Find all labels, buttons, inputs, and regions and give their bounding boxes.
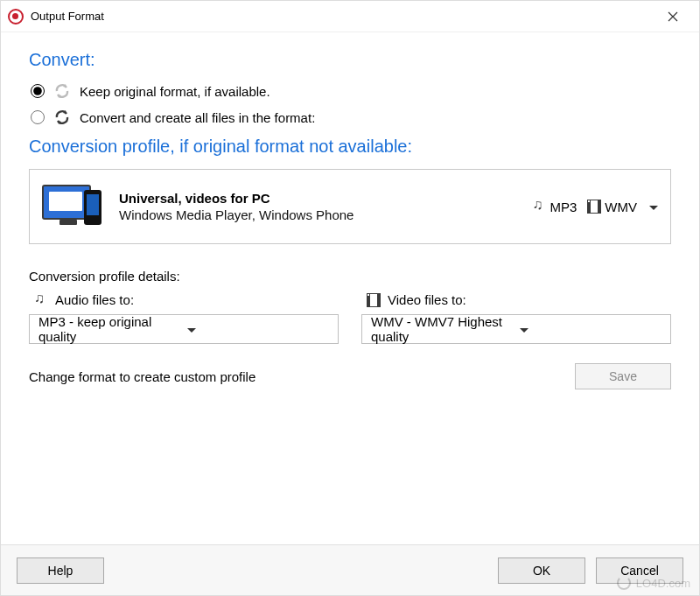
device-icon: [42, 181, 107, 232]
video-column: Video files to: WMV - WMV7 Highest quali…: [361, 292, 671, 344]
audio-format-label: MP3: [550, 200, 577, 214]
radio-convert-all-input[interactable]: [31, 110, 45, 124]
radio-keep-original[interactable]: Keep original format, if available.: [31, 82, 671, 100]
film-icon: [587, 200, 601, 214]
profile-section-title: Conversion profile, if original format n…: [29, 137, 671, 157]
video-format-tag: WMV: [587, 200, 637, 214]
profile-title: Universal, videos for PC: [119, 191, 532, 206]
cancel-button[interactable]: Cancel: [596, 557, 683, 584]
cycle-icon: [53, 82, 71, 100]
chevron-down-icon: [187, 325, 329, 333]
video-format-value: WMV - WMV7 Highest quality: [371, 314, 513, 344]
save-button[interactable]: Save: [575, 363, 671, 389]
music-icon: [34, 293, 48, 307]
audio-format-select[interactable]: MP3 - keep original quality: [29, 314, 339, 344]
radio-keep-original-label: Keep original format, if available.: [80, 84, 270, 99]
title-bar: Output Format: [1, 1, 699, 32]
radio-keep-original-input[interactable]: [31, 84, 45, 98]
audio-files-header: Audio files to:: [29, 292, 339, 307]
profile-format-tags: MP3 WMV: [532, 200, 637, 214]
profile-text: Universal, videos for PC Windows Media P…: [119, 191, 532, 222]
audio-format-value: MP3 - keep original quality: [38, 314, 180, 344]
close-button[interactable]: [657, 4, 689, 29]
video-format-select[interactable]: WMV - WMV7 Highest quality: [361, 314, 671, 344]
dialog-footer: Help OK Cancel: [1, 544, 699, 595]
convert-section-title: Convert:: [29, 50, 671, 70]
audio-files-label: Audio files to:: [55, 292, 134, 307]
music-icon: [532, 200, 546, 214]
audio-format-tag: MP3: [532, 200, 577, 214]
video-files-header: Video files to:: [361, 292, 671, 307]
profile-subtitle: Windows Media Player, Windows Phone: [119, 207, 532, 222]
profile-selector[interactable]: Universal, videos for PC Windows Media P…: [29, 169, 671, 244]
chevron-down-icon: [649, 202, 658, 211]
ok-button[interactable]: OK: [498, 557, 585, 584]
help-button[interactable]: Help: [17, 557, 104, 584]
film-icon: [367, 293, 381, 307]
app-icon: [8, 9, 24, 25]
radio-convert-all[interactable]: Convert and create all files in the form…: [31, 109, 671, 126]
video-format-label: WMV: [605, 200, 637, 214]
chevron-down-icon: [520, 325, 662, 333]
window-title: Output Format: [31, 10, 657, 23]
profile-details-header: Conversion profile details:: [29, 269, 671, 284]
audio-column: Audio files to: MP3 - keep original qual…: [29, 292, 339, 344]
custom-profile-hint: Change format to create custom profile: [29, 369, 575, 384]
video-files-label: Video files to:: [388, 292, 466, 307]
cycle-icon: [53, 109, 71, 126]
dialog-content: Convert: Keep original format, if availa…: [1, 32, 699, 396]
close-icon: [668, 11, 678, 22]
radio-convert-all-label: Convert and create all files in the form…: [80, 110, 315, 125]
